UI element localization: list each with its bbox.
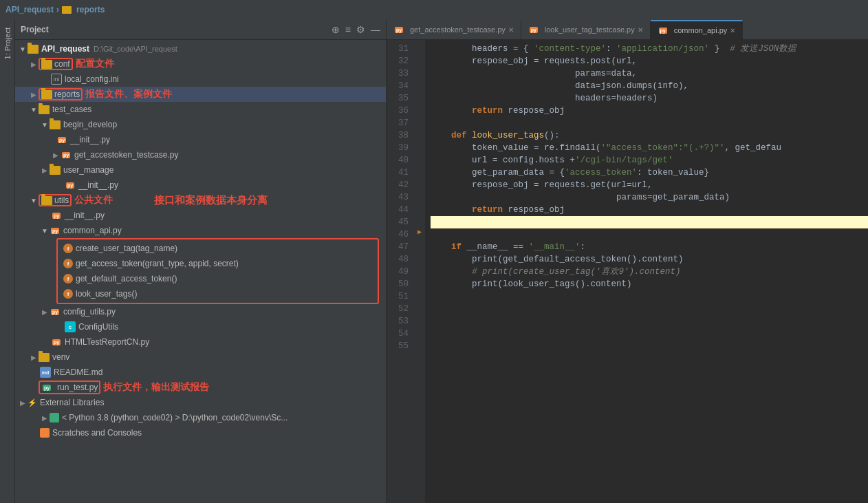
root-path: D:\Git_code\API_request [94,45,177,53]
run-test-label: run_test.py [57,383,98,392]
breadcrumb-sep: › [56,5,59,14]
test-cases-arrow: ▼ [29,106,39,114]
python-arrow: ▶ [40,414,50,422]
gutter-line-49 [414,263,425,275]
tree-item-func-create-user-tag[interactable]: f create_user_tag(tag_name) [58,241,378,256]
user-manage-label: user_manage [63,165,113,175]
common-api-arrow: ▼ [40,227,50,235]
conf-folder-icon [41,60,52,69]
tree-item-html-test-report[interactable]: py HTMLTestReportCN.py [15,334,386,350]
gutter-line-36 [414,102,425,114]
main-area: 1: Project Project ⊕ ≡ ⚙ — ▼ API_request… [0,19,868,503]
settings-icon[interactable]: ⚙ [356,24,365,35]
config-utils-class-label: ConfigUtils [78,322,118,332]
tree-item-func-get-default-access-token[interactable]: f get_default_access_token() [58,271,378,286]
breadcrumb-bar: API_request › reports [0,0,868,19]
tab-get-accestoken[interactable]: py get_accestoken_testcase.py ✕ [387,20,521,39]
tree-item-python-interp[interactable]: ▶ < Python 3.8 (python_code02) > D:\pyth… [15,410,386,425]
tree-item-init-2[interactable]: py __init__.py [15,178,386,193]
get-accestoken-arrow: ▶ [51,151,61,159]
tree-item-user-manage[interactable]: ▶ user_manage [15,162,386,178]
minimize-icon[interactable]: — [371,24,380,35]
gutter-line-40 [414,151,425,164]
gutter-line-48 [414,250,425,263]
utils-annotation: 公共文件 [74,194,113,206]
project-structure-tab[interactable]: 1: Project [2,25,13,62]
tree-root[interactable]: ▼ API_request D:\Git_code\API_request [15,41,386,56]
py-icon-run-test: py [41,382,52,393]
tree-item-reports[interactable]: ▶ reports 报告文件、案例文件 [15,87,386,102]
py-icon-config-utils: py [50,306,61,317]
user-manage-folder-icon [50,166,61,175]
panel-icons: ⊕ ≡ ⚙ — [332,24,380,35]
func-get-default-access-token-label: get_default_access_token() [76,274,177,283]
python-interp-label: < Python 3.8 (python_code02) > D:\python… [62,413,287,422]
gutter-line-43 [414,189,425,201]
py-icon-init-2: py [65,180,76,191]
func-icon-2: f [63,259,73,268]
tree-item-func-get-access-token[interactable]: f get_access_token(grant_type, appid, se… [58,256,378,271]
utils-label: utils [54,195,69,205]
locate-icon[interactable]: ⊕ [332,24,340,35]
gutter-line-32 [414,52,425,65]
py-icon-get-accestoken: py [61,149,72,160]
init-utils-label: __init__.py [65,211,105,220]
scratches-label: Scratches and Consoles [52,428,142,438]
expand-icon[interactable]: ≡ [345,24,351,35]
gutter-line-53 [414,312,425,325]
tree-item-external-libraries[interactable]: ▶ ⚡ External Libraries [15,395,386,410]
utils-arrow: ▼ [29,197,39,204]
init-1-label: __init__.py [70,135,110,145]
py-icon-init-utils: py [51,210,62,221]
utils-folder-icon [41,196,52,205]
tree-item-init-utils[interactable]: py __init__.py [15,208,386,223]
py-icon-init-1: py [56,134,67,145]
venv-label: venv [52,352,69,362]
begin-develop-folder-icon [50,120,61,129]
gutter-line-41 [414,164,425,176]
tab-look-user-tag[interactable]: py look_user_tag_testcase.py ✕ [521,20,651,39]
tab-label-3: common_api.py [674,26,728,34]
code-panel: py get_accestoken_testcase.py ✕ py look_… [387,19,868,503]
begin-develop-arrow: ▼ [40,121,50,129]
tree-item-conf[interactable]: ▶ conf 配置文件 [15,56,386,72]
tab-py-icon-2: py [528,24,539,35]
tree-item-local-config[interactable]: ini local_config.ini [15,72,386,87]
conf-arrow: ▶ [29,61,39,68]
tree-item-scratches[interactable]: Scratches and Consoles [15,425,386,440]
tree-item-utils[interactable]: ▼ utils 公共文件 接口和案例数据本身分离 [15,193,386,208]
tab-close-1[interactable]: ✕ [508,26,514,34]
tree-item-common-api[interactable]: ▼ py common_api.py [15,223,386,238]
breadcrumb-project[interactable]: API_request [6,5,54,14]
tab-close-2[interactable]: ✕ [638,26,643,34]
code-content[interactable]: headers = { 'content-type': 'application… [425,40,868,503]
tree-item-config-utils-class[interactable]: c ConfigUtils [15,319,386,334]
tab-close-3[interactable]: ✕ [730,27,735,34]
tab-common-api[interactable]: py common_api.py ✕ [651,20,744,39]
project-panel: Project ⊕ ≡ ⚙ — ▼ API_request D:\Git_cod… [15,19,387,503]
tree-item-get-accestoken[interactable]: ▶ py get_accestoken_testcase.py [15,147,386,162]
init-2-label: __init__.py [78,180,118,190]
user-manage-arrow: ▶ [40,167,50,174]
tree-item-func-look-user-tags[interactable]: f look_user_tags() [58,286,378,301]
test-cases-label: test_cases [52,105,91,114]
breadcrumb-folder[interactable]: reports [76,5,105,14]
tree-item-init-1[interactable]: py __init__.py [15,132,386,147]
root-label: API_request [41,44,89,54]
venv-arrow: ▶ [29,354,39,361]
py-icon-html-test-report: py [51,336,62,347]
tree-item-test-cases[interactable]: ▼ test_cases [15,102,386,117]
tree-item-config-utils[interactable]: ▶ py config_utils.py [15,304,386,319]
config-utils-arrow: ▶ [40,308,50,316]
reports-folder-icon [41,90,52,99]
tree-item-readme[interactable]: md README.md [15,365,386,380]
tree-item-venv[interactable]: ▶ venv [15,350,386,365]
tree-item-run-test[interactable]: ▶ py run_test.py 执行文件，输出测试报告 [15,380,386,395]
tree-item-begin-develop[interactable]: ▼ begin_develop [15,117,386,132]
root-folder-icon [28,45,39,54]
panel-header: Project ⊕ ≡ ⚙ — [15,19,386,40]
ini-icon: ini [51,74,62,85]
gutter-line-39 [414,139,425,151]
config-utils-label: config_utils.py [63,307,116,317]
run-test-annotation: 执行文件，输出测试报告 [103,381,209,394]
